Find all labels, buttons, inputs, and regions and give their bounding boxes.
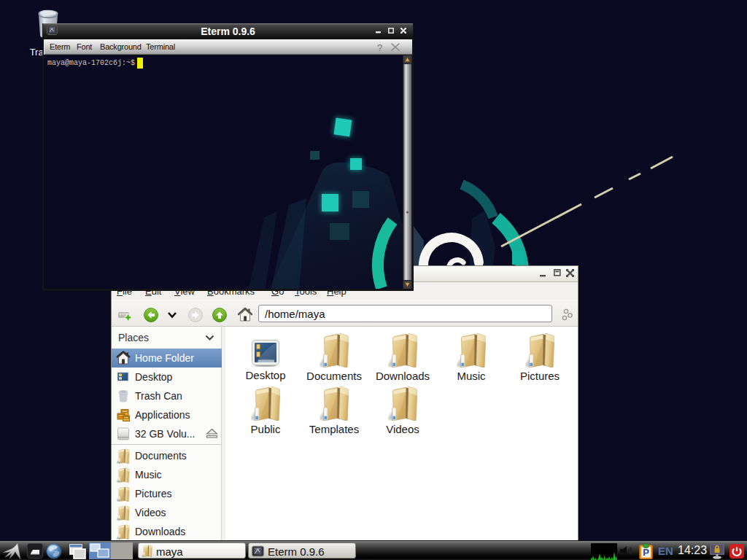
svg-text:P: P	[643, 547, 649, 558]
